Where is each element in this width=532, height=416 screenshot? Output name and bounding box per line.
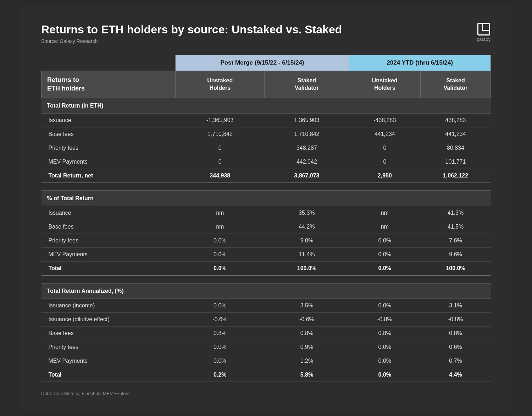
cell-s1: 9.0%: [265, 234, 349, 248]
cell-s2: 0.6%: [421, 340, 491, 354]
cell-u1: 0: [176, 141, 265, 155]
cell-u2: nm: [349, 206, 420, 220]
cell-u1: 0.0%: [176, 354, 265, 368]
total-u1: 0.0%: [176, 262, 265, 276]
cell-u2: 0: [349, 141, 420, 155]
cell-u2: -0.8%: [349, 313, 420, 327]
row-label: Base fees: [41, 327, 176, 340]
row-label: Base fees: [41, 220, 176, 234]
unstaked1-header: UnstakedHolders: [176, 71, 265, 98]
total-label: Total: [41, 262, 176, 276]
row-label: Issuance: [41, 114, 176, 127]
cell-s1: 3.5%: [265, 299, 349, 313]
table-row: Issuance (income) 0.0% 3.5% 0.0% 3.1%: [41, 299, 491, 313]
postmerge-header: Post Merge (9/15/22 - 6/15/24): [176, 55, 349, 71]
galaxy-label: galaxy: [476, 37, 491, 42]
table-row: MEV Payments 0 442,042 0 101,771: [41, 155, 491, 169]
section-header-0: Total Return (in ETH): [41, 98, 491, 114]
table-row: Issuance -1,365,903 1,365,903 -438,283 4…: [41, 114, 491, 127]
data-table: Post Merge (9/15/22 - 6/15/24) 2024 YTD …: [41, 55, 491, 382]
galaxy-logo: galaxy: [476, 23, 491, 42]
table-row: Issuance (dilutive effect) -0.6% -0.6% -…: [41, 313, 491, 327]
section-header-2: Total Return Annualized, (%): [41, 283, 491, 299]
section-title: Total Return Annualized, (%): [41, 283, 491, 299]
total-s1: 3,867,073: [265, 169, 349, 183]
cell-u2: 0.8%: [349, 327, 420, 340]
staked1-header: StakedValidator: [265, 71, 349, 98]
spacer-row: [41, 275, 491, 283]
table-row: Issuance nm 35.3% nm 41.3%: [41, 206, 491, 220]
cell-s1: 0.8%: [265, 327, 349, 340]
cell-u1: 0: [176, 155, 265, 169]
cell-s1: -0.6%: [265, 313, 349, 327]
cell-s2: 101,771: [421, 155, 491, 169]
cell-u1: 0.0%: [176, 299, 265, 313]
cell-u2: 0: [349, 155, 420, 169]
total-s2: 1,062,122: [421, 169, 491, 183]
cell-s2: 0.7%: [421, 354, 491, 368]
galaxy-icon: [477, 23, 490, 35]
cell-s2: 7.6%: [421, 234, 491, 248]
cell-u2: -438,283: [349, 114, 420, 127]
page-title: Returns to ETH holders by source: Unstak…: [41, 23, 491, 36]
table-row: Priority fees 0 348,287 0 80,834: [41, 141, 491, 155]
row-label: Priority fees: [41, 340, 176, 354]
table-row: MEV Payments 0.0% 1.2% 0.0% 0.7%: [41, 354, 491, 368]
cell-s2: 438,283: [421, 114, 491, 127]
total-s1: 100.0%: [265, 262, 349, 276]
row-label: Priority fees: [41, 234, 176, 248]
total-s2: 100.0%: [421, 262, 491, 276]
total-row-1: Total 0.0% 100.0% 0.0% 100.0%: [41, 262, 491, 276]
table-row: Base fees 0.8% 0.8% 0.8% 0.8%: [41, 327, 491, 340]
cell-u2: 0.0%: [349, 299, 420, 313]
cell-u1: nm: [176, 220, 265, 234]
cell-u1: 0.0%: [176, 248, 265, 262]
row-label: Issuance: [41, 206, 176, 220]
cell-s1: 0.9%: [265, 340, 349, 354]
cell-u1: nm: [176, 206, 265, 220]
row-label: MEV Payments: [41, 155, 176, 169]
cell-s1: 35.3%: [265, 206, 349, 220]
source-label: Source: Galaxy Research: [41, 38, 491, 44]
cell-s2: 0.8%: [421, 327, 491, 340]
ytd-header: 2024 YTD (thru 6/15/24): [349, 55, 491, 71]
cell-u1: 0.0%: [176, 340, 265, 354]
main-card: Returns to ETH holders by source: Unstak…: [21, 6, 511, 410]
section-header-1: % of Total Return: [41, 191, 491, 206]
table-row: Base fees nm 44.2% nm 41.5%: [41, 220, 491, 234]
cell-u2: 0.0%: [349, 234, 420, 248]
cell-s2: 3.1%: [421, 299, 491, 313]
table-row: MEV Payments 0.0% 11.4% 0.0% 9.6%: [41, 248, 491, 262]
cell-s1: 11.4%: [265, 248, 349, 262]
sub-header-row: Returns toETH holders UnstakedHolders St…: [41, 71, 491, 98]
cell-s2: 80,834: [421, 141, 491, 155]
cell-s2: 41.3%: [421, 206, 491, 220]
total-s2: 4.4%: [421, 368, 491, 382]
cell-u1: -0.6%: [176, 313, 265, 327]
cell-u1: -1,365,903: [176, 114, 265, 127]
cell-s1: 44.2%: [265, 220, 349, 234]
row-label: Issuance (income): [41, 299, 176, 313]
row-label: Priority fees: [41, 141, 176, 155]
empty-header: [41, 55, 176, 71]
cell-s1: 1,365,903: [265, 114, 349, 127]
section-title: % of Total Return: [41, 191, 491, 206]
cell-u2: 0.0%: [349, 354, 420, 368]
cell-s2: 441,234: [421, 127, 491, 141]
spacer-row: [41, 183, 491, 191]
row-label: MEV Payments: [41, 248, 176, 262]
staked2-header: StakedValidator: [421, 71, 491, 98]
cell-u2: 0.0%: [349, 248, 420, 262]
cell-u2: nm: [349, 220, 420, 234]
footer-note: Data: Coin Metrics, Flashbots MEV-Explor…: [41, 391, 491, 396]
table-row: Priority fees 0.0% 9.0% 0.0% 7.6%: [41, 234, 491, 248]
cell-u1: 0.8%: [176, 327, 265, 340]
total-u2: 2,950: [349, 169, 420, 183]
row-label: Issuance (dilutive effect): [41, 313, 176, 327]
total-u2: 0.0%: [349, 262, 420, 276]
cell-s1: 1,710,842: [265, 127, 349, 141]
total-label: Total: [41, 368, 176, 382]
row-label: MEV Payments: [41, 354, 176, 368]
cell-s1: 442,042: [265, 155, 349, 169]
total-label: Total Return, net: [41, 169, 176, 183]
